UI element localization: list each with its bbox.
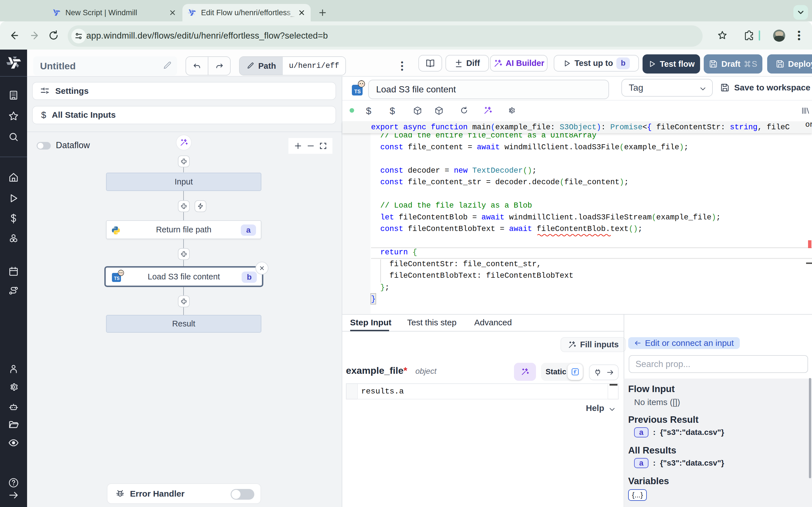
svg-text:TS: TS xyxy=(114,276,119,281)
svg-text:TS: TS xyxy=(354,89,361,94)
